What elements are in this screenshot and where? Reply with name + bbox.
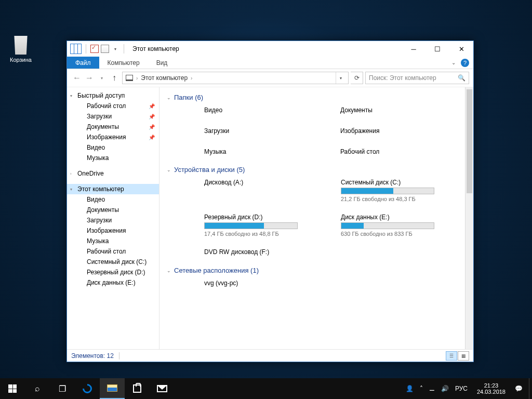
action-center-icon[interactable]: 💬 xyxy=(515,385,523,392)
address-bar[interactable]: › Этот компьютер › ▾ xyxy=(122,72,349,84)
sidebar-item[interactable]: Видео xyxy=(67,142,159,153)
titlebar: ▾ Этот компьютер ─ ☐ ✕ xyxy=(67,41,473,57)
folder-item[interactable]: Документы xyxy=(340,107,466,114)
sidebar-item[interactable]: Изображения xyxy=(67,225,159,236)
nav-recent-icon[interactable]: ▾ xyxy=(96,72,108,84)
maximize-button[interactable]: ☐ xyxy=(425,41,449,57)
pin-icon: 📌 xyxy=(149,103,155,109)
people-icon[interactable]: 👤 xyxy=(406,385,414,392)
store-button[interactable] xyxy=(125,378,150,399)
scrollbar[interactable] xyxy=(465,87,473,349)
drive-usage-bar xyxy=(341,188,434,194)
sidebar-item[interactable]: Системный диск (C:) xyxy=(67,257,159,267)
explorer-body: ▾ Быстрый доступ Рабочий стол📌Загрузки📌Д… xyxy=(67,87,473,349)
task-view-button[interactable]: ❐ xyxy=(50,378,75,399)
item-count: Элементов: 12 xyxy=(71,352,114,360)
nav-forward-icon[interactable]: → xyxy=(84,72,95,84)
sidebar-item[interactable]: Видео xyxy=(67,194,159,205)
view-tiles-icon[interactable]: ▦ xyxy=(458,351,469,361)
sidebar-item[interactable]: Музыка xyxy=(67,236,159,246)
sidebar-item[interactable]: Документы📌 xyxy=(67,122,159,132)
sidebar-item[interactable]: Рабочий стол📌 xyxy=(67,101,159,111)
drive-item[interactable]: Дисковод (A:) xyxy=(204,179,329,202)
chevron-right-icon: › xyxy=(190,75,193,81)
drive-item[interactable]: Резервный диск (D:)17,4 ГБ свободно из 4… xyxy=(204,214,329,237)
window-title: Этот компьютер xyxy=(132,45,179,52)
edge-button[interactable] xyxy=(75,378,100,399)
qat-dropdown-icon[interactable]: ▾ xyxy=(111,45,119,53)
help-icon[interactable]: ? xyxy=(461,59,469,67)
search-icon: 🔍 xyxy=(458,74,466,82)
sidebar-item[interactable]: Резервный диск (D:) xyxy=(67,267,159,277)
network-item[interactable]: vvg (vvg-pc) xyxy=(204,280,466,287)
sidebar-item[interactable]: Изображения📌 xyxy=(67,132,159,142)
section-drives[interactable]: ⌄ Устройства и диски (5) xyxy=(167,166,466,174)
minimize-button[interactable]: ─ xyxy=(402,41,425,57)
sidebar-item[interactable]: Документы xyxy=(67,205,159,215)
tab-view[interactable]: Вид xyxy=(148,57,176,69)
properties-icon[interactable] xyxy=(90,45,99,53)
tab-file[interactable]: Файл xyxy=(67,57,99,69)
network-icon[interactable]: ⚊ xyxy=(429,385,435,392)
close-button[interactable]: ✕ xyxy=(449,41,473,57)
pin-icon: 📌 xyxy=(149,114,155,119)
mail-button[interactable] xyxy=(150,378,175,399)
drive-item[interactable]: DVD RW дисковод (F:) xyxy=(204,248,329,257)
tray-overflow-icon[interactable]: ˄ xyxy=(420,385,423,392)
start-button[interactable] xyxy=(0,378,25,399)
sidebar-item[interactable]: Диск данных (E:) xyxy=(67,277,159,288)
chevron-down-icon: ⌄ xyxy=(167,95,171,100)
sidebar-onedrive[interactable]: › OneDrive xyxy=(67,168,159,179)
sidebar-quick-access[interactable]: ▾ Быстрый доступ xyxy=(67,90,159,101)
quick-access-toolbar: ▾ xyxy=(67,44,129,54)
address-dropdown-icon[interactable]: ▾ xyxy=(336,72,345,84)
chevron-right-icon: › xyxy=(135,75,139,81)
trash-icon xyxy=(11,34,30,55)
sidebar-item[interactable]: Загрузки📌 xyxy=(67,111,159,122)
sidebar-this-pc[interactable]: ▾ Этот компьютер xyxy=(67,184,159,194)
drive-item[interactable]: Диск данных (E:)630 ГБ свободно из 833 Г… xyxy=(341,214,466,237)
folder-item[interactable]: Изображения xyxy=(340,127,466,135)
language-indicator[interactable]: РУС xyxy=(455,385,468,392)
search-input[interactable]: Поиск: Этот компьютер 🔍 xyxy=(365,72,469,84)
folder-item[interactable]: Рабочий стол xyxy=(340,148,466,155)
recycle-bin-label: Корзина xyxy=(5,57,36,63)
sidebar-item[interactable]: Загрузки xyxy=(67,215,159,225)
new-folder-icon[interactable] xyxy=(101,45,109,53)
app-icon xyxy=(70,44,82,54)
tab-computer[interactable]: Компьютер xyxy=(99,57,148,69)
sidebar-item[interactable]: Музыка xyxy=(67,153,159,163)
nav-up-icon[interactable]: ↑ xyxy=(109,72,120,84)
nav-back-icon[interactable]: ← xyxy=(71,72,83,84)
refresh-button[interactable]: ⟳ xyxy=(351,72,363,84)
show-desktop-button[interactable] xyxy=(529,378,532,399)
recycle-bin[interactable]: Корзина xyxy=(5,34,36,63)
clock[interactable]: 21:23 24.03.2018 xyxy=(474,382,509,395)
folder-item[interactable]: Музыка xyxy=(204,148,330,155)
folder-item[interactable]: Видео xyxy=(204,107,330,114)
sidebar-item[interactable]: Рабочий стол xyxy=(67,246,159,257)
pc-icon xyxy=(126,75,133,81)
tray: 👤 ˄ ⚊ 🔊 РУС 21:23 24.03.2018 💬 xyxy=(402,382,527,395)
chevron-down-icon: ⌄ xyxy=(167,167,171,172)
sidebar: ▾ Быстрый доступ Рабочий стол📌Загрузки📌Д… xyxy=(67,87,159,349)
section-network[interactable]: ⌄ Сетевые расположения (1) xyxy=(167,267,466,274)
volume-icon[interactable]: 🔊 xyxy=(441,385,449,392)
search-placeholder: Поиск: Этот компьютер xyxy=(369,74,436,82)
view-details-icon[interactable]: ☰ xyxy=(446,351,457,361)
drive-item[interactable]: Системный диск (C:)21,2 ГБ свободно из 4… xyxy=(341,179,466,202)
ribbon-collapse-icon[interactable]: ⌄ xyxy=(451,60,456,65)
view-toggle: ☰ ▦ xyxy=(446,351,469,361)
pin-icon: 📌 xyxy=(149,124,155,130)
explorer-button[interactable] xyxy=(100,378,125,399)
section-folders[interactable]: ⌄ Папки (6) xyxy=(167,94,466,101)
search-button[interactable]: ⌕ xyxy=(25,378,50,399)
chevron-down-icon: ▾ xyxy=(70,94,72,98)
chevron-down-icon: ▾ xyxy=(70,187,72,192)
pin-icon: 📌 xyxy=(149,135,155,140)
explorer-window: ▾ Этот компьютер ─ ☐ ✕ Файл Компьютер Ви… xyxy=(66,41,474,362)
drive-usage-bar xyxy=(204,222,298,229)
breadcrumb[interactable]: Этот компьютер xyxy=(141,74,188,82)
folder-item[interactable]: Загрузки xyxy=(204,127,330,135)
window-controls: ─ ☐ ✕ xyxy=(402,41,473,57)
